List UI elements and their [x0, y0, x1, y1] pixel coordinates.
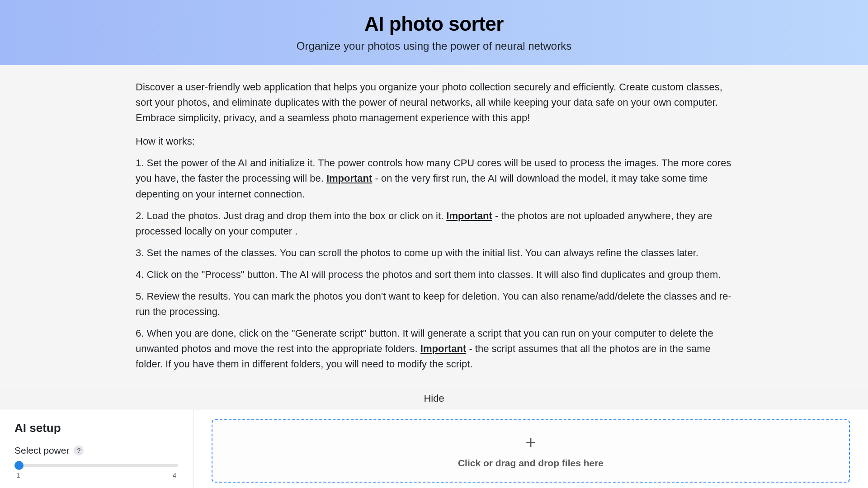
intro-paragraph: Discover a user-friendly web application…: [136, 80, 732, 126]
select-power-label: Select power: [14, 445, 69, 456]
page-subtitle: Organize your photos using the power of …: [0, 40, 868, 52]
hide-button[interactable]: Hide: [0, 387, 868, 410]
step-6: 6. When you are done, click on the "Gene…: [136, 326, 732, 372]
dropzone-text: Click or drag and drop files here: [458, 458, 604, 469]
intro-section: Discover a user-friendly web application…: [118, 65, 750, 387]
select-power-row: Select power ?: [14, 445, 179, 456]
file-dropzone[interactable]: + Click or drag and drop files here: [212, 419, 850, 483]
step-4: 4. Click on the "Process" button. The AI…: [136, 267, 732, 282]
step-6-important: Important: [420, 343, 466, 354]
how-it-works-label: How it works:: [136, 134, 732, 149]
step-5: 5. Review the results. You can mark the …: [136, 289, 732, 319]
dropzone-wrap: + Click or drag and drop files here: [193, 410, 868, 488]
step-1: 1. Set the power of the AI and initializ…: [136, 155, 732, 202]
power-slider[interactable]: [14, 464, 178, 467]
step-1-important: Important: [326, 173, 372, 184]
step-3: 3. Set the names of the classes. You can…: [136, 245, 732, 261]
ai-setup-heading: AI setup: [14, 421, 179, 435]
slider-labels: 1 4: [14, 471, 178, 479]
slider-max-label: 4: [173, 471, 176, 479]
power-slider-wrap: 1 4: [14, 460, 178, 479]
step-2-text-a: 2. Load the photos. Just drag and drop t…: [136, 210, 446, 221]
hero-banner: AI photo sorter Organize your photos usi…: [0, 0, 868, 65]
page-title: AI photo sorter: [0, 13, 868, 35]
ai-setup-sidebar: AI setup Select power ? 1 4: [0, 410, 193, 488]
step-2: 2. Load the photos. Just drag and drop t…: [136, 208, 732, 239]
plus-icon: +: [525, 433, 536, 451]
lower-panel: AI setup Select power ? 1 4 + Click or d…: [0, 410, 868, 488]
step-2-important: Important: [446, 210, 492, 221]
slider-min-label: 1: [16, 471, 20, 479]
help-icon[interactable]: ?: [74, 446, 84, 455]
steps-list: 1. Set the power of the AI and initializ…: [136, 155, 732, 372]
